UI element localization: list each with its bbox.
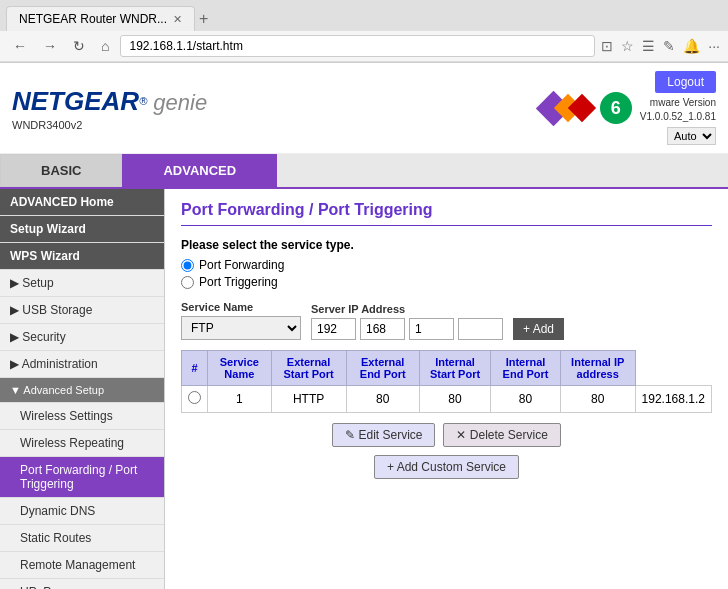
sidebar-item-advanced-home[interactable]: ADVANCED Home xyxy=(0,189,164,216)
radio-port-forwarding-label: Port Forwarding xyxy=(199,258,284,272)
genie-text: genie xyxy=(147,90,207,115)
edit-service-button[interactable]: ✎ Edit Service xyxy=(332,423,435,447)
row-int-end: 80 xyxy=(560,386,635,413)
service-table: # Service Name External Start Port Exter… xyxy=(181,350,712,413)
tab-basic[interactable]: BASIC xyxy=(0,154,122,187)
logout-button[interactable]: Logout xyxy=(655,71,716,93)
browser-chrome: NETGEAR Router WNDR... ✕ + ← → ↻ ⌂ ⊡ ☆ ☰… xyxy=(0,0,728,63)
address-bar[interactable] xyxy=(120,35,595,57)
sidebar-section-advanced[interactable]: ▼ Advanced Setup xyxy=(0,378,164,403)
nav-bar: ← → ↻ ⌂ ⊡ ☆ ☰ ✎ 🔔 ··· xyxy=(0,31,728,62)
row-ext-end: 80 xyxy=(419,386,490,413)
service-name-label: Service Name xyxy=(181,301,301,313)
col-ip: Internal IP address xyxy=(560,351,635,386)
ip-octet-1[interactable] xyxy=(311,318,356,340)
server-ip-label: Server IP Address xyxy=(311,303,503,315)
sidebar-item-static-routes[interactable]: Static Routes xyxy=(0,525,164,552)
ip-fields xyxy=(311,318,503,340)
menu-icon[interactable]: ☰ xyxy=(642,38,655,54)
sidebar-item-usb-storage[interactable]: ▶ USB Storage xyxy=(0,297,164,324)
netgear-text: NETGEAR xyxy=(12,86,139,116)
home-button[interactable]: ⌂ xyxy=(96,36,114,56)
edit-icon[interactable]: ✎ xyxy=(663,38,675,54)
reader-icon: ⊡ xyxy=(601,38,613,54)
row-radio[interactable] xyxy=(182,386,208,413)
refresh-button[interactable]: ↻ xyxy=(68,36,90,56)
service-type-section: Please select the service type. Port For… xyxy=(181,238,712,289)
tab-advanced[interactable]: ADVANCED xyxy=(122,154,277,187)
sidebar-item-wireless-settings[interactable]: Wireless Settings xyxy=(0,403,164,430)
row-ip: 192.168.1.2 xyxy=(635,386,711,413)
main-content: Port Forwarding / Port Triggering Please… xyxy=(165,189,728,589)
col-service-name: Service Name xyxy=(208,351,272,386)
model-number: WNDR3400v2 xyxy=(12,119,207,131)
tab-close-icon[interactable]: ✕ xyxy=(173,13,182,26)
router-header: NETGEAR® genie WNDR3400v2 6 Logout mware… xyxy=(0,63,728,154)
extension-icon[interactable]: 🔔 xyxy=(683,38,700,54)
sidebar-item-port-forwarding[interactable]: Port Forwarding / Port Triggering xyxy=(0,457,164,498)
col-int-start: Internal Start Port xyxy=(419,351,490,386)
col-ext-end: External End Port xyxy=(346,351,419,386)
row-service-name: HTTP xyxy=(271,386,346,413)
bookmark-icon[interactable]: ☆ xyxy=(621,38,634,54)
logo-area: NETGEAR® genie WNDR3400v2 xyxy=(12,86,207,131)
radio-port-forwarding[interactable]: Port Forwarding xyxy=(181,258,712,272)
sidebar-item-upnp[interactable]: UPnP xyxy=(0,579,164,589)
sidebar-item-dynamic-dns[interactable]: Dynamic DNS xyxy=(0,498,164,525)
ip-octet-2[interactable] xyxy=(360,318,405,340)
radio-port-triggering-label: Port Triggering xyxy=(199,275,278,289)
action-buttons: ✎ Edit Service ✕ Delete Service xyxy=(181,423,712,447)
firmware-version: V1.0.0.52_1.0.81 xyxy=(640,111,716,122)
radio-port-triggering[interactable]: Port Triggering xyxy=(181,275,712,289)
firmware-info: mware Version V1.0.0.52_1.0.81 xyxy=(640,96,716,124)
sidebar: ADVANCED Home Setup Wizard WPS Wizard ▶ … xyxy=(0,189,165,589)
add-button[interactable]: + Add xyxy=(513,318,564,340)
decorative-diamonds xyxy=(541,96,592,121)
fields-row: Service Name FTP Server IP Address + Ad xyxy=(181,301,712,340)
row-num: 1 xyxy=(208,386,272,413)
row-ext-start: 80 xyxy=(346,386,419,413)
row-int-start: 80 xyxy=(491,386,561,413)
content-area: ADVANCED Home Setup Wizard WPS Wizard ▶ … xyxy=(0,189,728,589)
radio-port-triggering-input[interactable] xyxy=(181,276,194,289)
new-tab-button[interactable]: + xyxy=(199,10,208,28)
more-icon[interactable]: ··· xyxy=(708,38,720,54)
custom-service-area: + Add Custom Service xyxy=(181,455,712,479)
delete-service-button[interactable]: ✕ Delete Service xyxy=(443,423,560,447)
main-tab-bar: BASIC ADVANCED xyxy=(0,154,728,189)
select-service-label: Please select the service type. xyxy=(181,238,712,252)
language-select[interactable]: Auto xyxy=(667,127,716,145)
service-name-group: Service Name FTP xyxy=(181,301,301,340)
service-name-select[interactable]: FTP xyxy=(181,316,301,340)
radio-group: Port Forwarding Port Triggering xyxy=(181,258,712,289)
table-header-row: # Service Name External Start Port Exter… xyxy=(182,351,712,386)
server-ip-group: Server IP Address xyxy=(311,303,503,340)
table-row: 1 HTTP 80 80 80 80 192.168.1.2 xyxy=(182,386,712,413)
sidebar-item-remote-management[interactable]: Remote Management xyxy=(0,552,164,579)
browser-icons: ⊡ ☆ ☰ ✎ 🔔 ··· xyxy=(601,38,720,54)
sidebar-item-wireless-repeating[interactable]: Wireless Repeating xyxy=(0,430,164,457)
user-badge: 6 xyxy=(600,92,632,124)
firmware-label: mware Version xyxy=(650,97,716,108)
sidebar-item-administration[interactable]: ▶ Administration xyxy=(0,351,164,378)
ip-octet-3[interactable] xyxy=(409,318,454,340)
sidebar-item-setup[interactable]: ▶ Setup xyxy=(0,270,164,297)
forward-button[interactable]: → xyxy=(38,36,62,56)
back-button[interactable]: ← xyxy=(8,36,32,56)
ip-octet-4[interactable] xyxy=(458,318,503,340)
sidebar-item-security[interactable]: ▶ Security xyxy=(0,324,164,351)
browser-tab[interactable]: NETGEAR Router WNDR... ✕ xyxy=(6,6,195,31)
radio-port-forwarding-input[interactable] xyxy=(181,259,194,272)
brand-logo: NETGEAR® genie xyxy=(12,86,207,117)
col-int-end: Internal End Port xyxy=(491,351,561,386)
row-select-radio[interactable] xyxy=(188,391,201,404)
tab-bar: NETGEAR Router WNDR... ✕ + xyxy=(0,0,728,31)
tab-title: NETGEAR Router WNDR... xyxy=(19,12,167,26)
page-title: Port Forwarding / Port Triggering xyxy=(181,201,712,226)
sidebar-item-wps-wizard[interactable]: WPS Wizard xyxy=(0,243,164,270)
sidebar-item-setup-wizard[interactable]: Setup Wizard xyxy=(0,216,164,243)
col-select: # xyxy=(182,351,208,386)
col-ext-start: External Start Port xyxy=(271,351,346,386)
add-custom-service-button[interactable]: + Add Custom Service xyxy=(374,455,519,479)
